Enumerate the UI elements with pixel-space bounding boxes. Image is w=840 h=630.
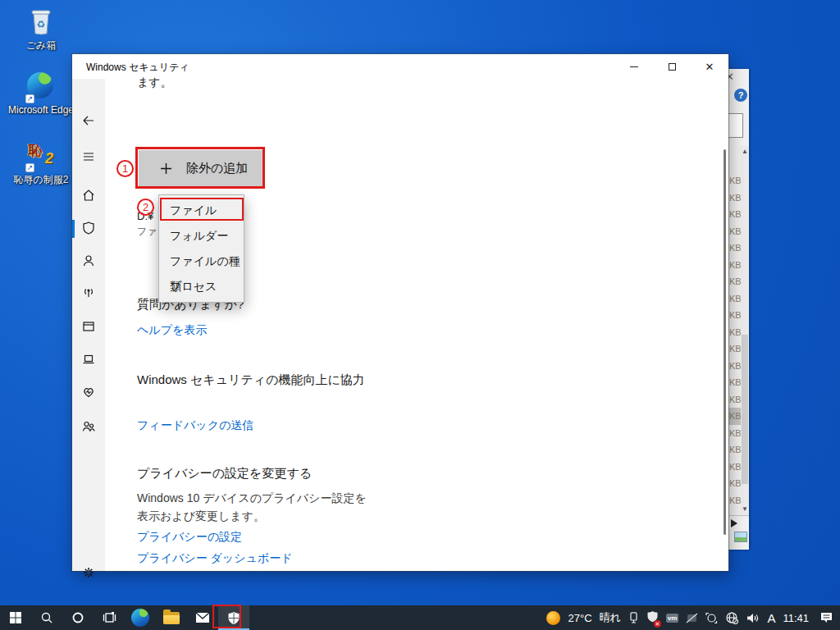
file-size-cell: KB <box>728 340 741 358</box>
desktop-icon-label: 恥辱の制服2 <box>4 173 78 187</box>
active-nav-indicator <box>72 220 75 238</box>
home-icon <box>81 188 96 203</box>
scrollbar-thumb[interactable] <box>742 335 748 484</box>
volume-icon[interactable] <box>746 612 760 624</box>
file-size-cell: KB <box>728 408 741 425</box>
privacy-dashboard-link[interactable]: プライバシー ダッシュボード <box>137 551 293 566</box>
file-size-cell: KB <box>728 273 741 290</box>
start-button[interactable] <box>0 605 31 630</box>
desktop-icon-game[interactable]: 恥2 ↗ 恥辱の制服2 <box>4 141 78 187</box>
mail-icon <box>195 612 210 623</box>
window-scrollbar[interactable] <box>724 149 726 535</box>
defender-alert-icon[interactable]: ✕ <box>646 610 659 626</box>
file-size-cell: KB <box>728 475 741 492</box>
file-size-cell: KB <box>728 307 741 324</box>
maximize-button[interactable] <box>653 54 691 79</box>
edge-icon: ↗ <box>27 72 55 102</box>
file-size-cell: KB <box>728 206 741 223</box>
cortana-button[interactable] <box>62 605 94 630</box>
minimize-button[interactable] <box>615 54 653 79</box>
gear-icon <box>81 565 96 580</box>
tray-weather[interactable]: 晴れ <box>600 610 621 625</box>
annotation-box-add-button <box>135 147 265 189</box>
sidebar-item-device-security[interactable] <box>72 345 105 374</box>
divider <box>728 515 749 516</box>
recycle-bin-icon: ♻ <box>27 7 55 36</box>
weather-sun-icon[interactable] <box>546 611 560 625</box>
taskbar-edge-button[interactable] <box>125 605 156 630</box>
laptop-icon <box>81 352 96 367</box>
sidebar-item-family-options[interactable] <box>72 412 105 441</box>
back-button[interactable] <box>72 106 105 135</box>
file-size-list: KBKBKBKBKBKBKBKBKBKBKBKBKBKBKBKBKBKBKBKB <box>728 172 741 509</box>
sidebar <box>72 79 105 571</box>
taskbar-explorer-button[interactable] <box>156 605 187 630</box>
no-network-globe-icon[interactable] <box>725 611 738 624</box>
file-size-cell: KB <box>728 441 741 459</box>
vm-tray-icon[interactable]: vm <box>666 614 679 623</box>
family-icon <box>81 419 96 434</box>
file-size-cell: KB <box>728 290 741 308</box>
sidebar-item-settings[interactable] <box>72 558 105 587</box>
annotation-step-1: 1 <box>116 160 134 177</box>
heart-pulse-icon <box>81 385 96 399</box>
file-size-cell: KB <box>728 172 741 189</box>
scroll-down-icon[interactable]: ▼ <box>741 505 749 513</box>
image-thumbnail[interactable] <box>734 532 747 542</box>
menu-item[interactable]: プロセス <box>159 274 244 299</box>
windows-security-window: Windows セキュリティ ✕ <box>72 54 728 571</box>
back-arrow-icon <box>81 113 96 128</box>
ime-indicator[interactable]: A <box>767 611 775 625</box>
action-center-icon[interactable] <box>819 611 833 624</box>
sidebar-item-firewall[interactable] <box>72 279 105 308</box>
annotation-box-taskbar-shield <box>212 605 241 628</box>
annotation-step-2: 2 <box>137 199 154 216</box>
background-window-partial: ✕ ? KBKBKBKBKBKBKBKBKBKBKBKBKBKBKBKBKBKB… <box>728 69 749 550</box>
tray-clock[interactable]: 11:41 <box>783 612 809 624</box>
edge-icon <box>131 609 149 627</box>
file-size-cell: KB <box>728 189 741 207</box>
sidebar-item-home[interactable] <box>72 180 105 210</box>
pen-disabled-icon[interactable] <box>686 612 698 624</box>
shortcut-arrow-icon: ↗ <box>25 163 34 172</box>
sidebar-item-account[interactable] <box>72 246 105 276</box>
task-view-button[interactable] <box>94 605 125 630</box>
window-title: Windows セキュリティ <box>86 61 189 75</box>
play-arrow-icon[interactable] <box>731 519 737 527</box>
menu-toggle-button[interactable] <box>72 142 105 171</box>
scroll-up-icon[interactable]: ▲ <box>741 148 749 155</box>
tray-temperature[interactable]: 27°C <box>568 612 591 624</box>
show-help-link[interactable]: ヘルプを表示 <box>137 323 207 338</box>
game-icon: 恥2 ↗ <box>27 141 55 171</box>
excluded-item-type: ファ <box>137 225 158 239</box>
sidebar-item-app-control[interactable] <box>72 312 105 341</box>
sidebar-item-virus-protection[interactable] <box>72 213 105 243</box>
file-size-cell: KB <box>728 425 741 442</box>
desktop-icon-edge[interactable]: ↗ Microsoft Edge <box>4 72 78 116</box>
file-size-cell: KB <box>728 391 741 409</box>
close-button[interactable]: ✕ <box>691 54 728 79</box>
background-scrollbar[interactable]: ▲ ▼ <box>741 146 749 517</box>
menu-item[interactable]: フォルダー <box>159 223 244 249</box>
improve-heading: Windows セキュリティの機能向上に協力 <box>137 371 365 389</box>
cortana-icon <box>71 611 84 624</box>
annotation-box-file-item <box>160 198 244 221</box>
privacy-settings-link[interactable]: プライバシーの設定 <box>137 530 242 545</box>
send-feedback-link[interactable]: フィードバックの送信 <box>137 418 253 433</box>
snip-tray-icon[interactable] <box>705 612 718 624</box>
file-size-cell: KB <box>728 492 741 509</box>
file-size-cell: KB <box>728 240 741 257</box>
window-icon <box>81 319 96 334</box>
taskbar: 27°C 晴れ ✕ vm A 11:41 <box>0 605 840 630</box>
svg-text:♻: ♻ <box>37 19 46 30</box>
file-size-cell: KB <box>728 257 741 274</box>
sidebar-item-device-health[interactable] <box>72 377 105 407</box>
windows-logo-icon <box>9 611 22 624</box>
search-button[interactable] <box>31 605 62 630</box>
system-tray: 27°C 晴れ ✕ vm A 11:41 <box>546 605 840 630</box>
help-icon[interactable]: ? <box>734 89 747 102</box>
usb-eject-icon[interactable] <box>628 612 639 624</box>
file-size-cell: KB <box>728 459 741 476</box>
desktop-icon-recycle-bin[interactable]: ♻ ごみ箱 <box>4 7 78 52</box>
menu-item[interactable]: ファイルの種類 <box>159 249 244 274</box>
